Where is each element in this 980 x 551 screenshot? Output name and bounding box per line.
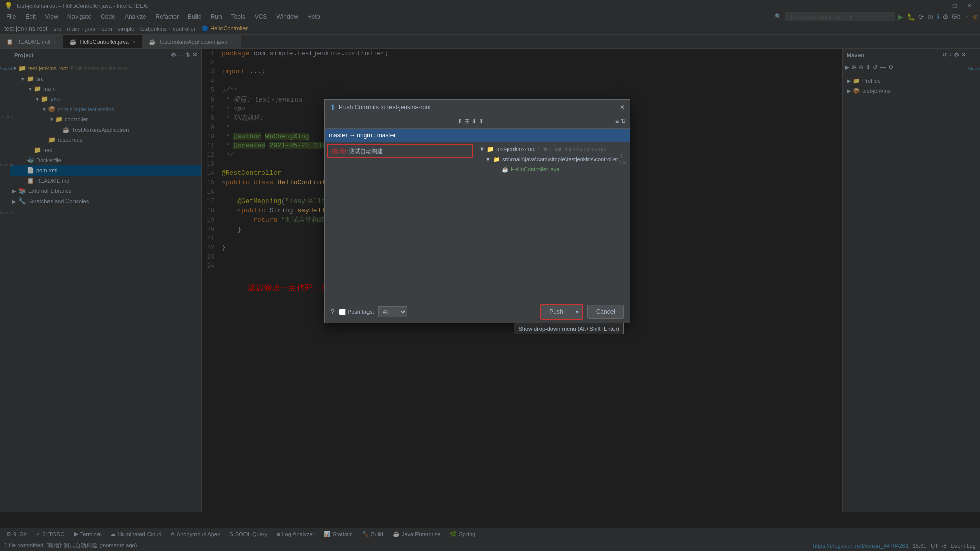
commit-text: [新增]: 测试自动构建 (332, 147, 383, 155)
footer-left: ? Push tags: All None (331, 306, 407, 317)
push-tooltip: Show drop-down menu (Alt+Shift+Enter) (514, 323, 624, 334)
push-tags-select[interactable]: All None (378, 306, 407, 317)
dialog-tool3[interactable]: ⬇ (472, 118, 477, 125)
dialog-tool4[interactable]: ⬆ (479, 118, 484, 125)
branch-label: master → origin : master (329, 132, 396, 139)
push-dialog: ⬆ Push Commits to test-jenkins-root ✕ ⬆ … (324, 99, 630, 323)
dialog-tool1[interactable]: ⬆ (457, 118, 462, 125)
push-tags-checkbox[interactable]: Push tags: (339, 309, 374, 315)
push-button[interactable]: Push (541, 305, 572, 319)
dialog-close-btn[interactable]: ✕ (620, 104, 625, 111)
commits-list: [新增]: 测试自动构建 (325, 142, 475, 160)
dialog-content: [新增]: 测试自动构建 ▼ 📁 test-jenkins-root 1 fil… (325, 142, 630, 300)
dialog-tool5[interactable]: ≡ (615, 118, 619, 125)
dialog-toolbar: ⬆ ⊞ ⬇ ⬆ ≡ ⇅ (325, 114, 630, 129)
help-icon[interactable]: ? (331, 308, 335, 316)
file-tree-root[interactable]: ▼ 📁 test-jenkins-root 1 file F:\gitlab\t… (477, 144, 628, 154)
push-btn-arrow[interactable]: ▼ (572, 305, 582, 319)
dialog-push-icon: ⬆ (330, 103, 336, 111)
dialog-footer: ? Push tags: All None Push ▼ Cancel Show… (325, 300, 630, 323)
dialog-title-text: Push Commits to test-jenkins-root (339, 104, 431, 111)
push-btn-group: Push ▼ (540, 304, 583, 320)
files-panel: ▼ 📁 test-jenkins-root 1 file F:\gitlab\t… (475, 142, 630, 300)
file-tree-hellocontroller[interactable]: ☕ HelloController.java (477, 164, 628, 174)
push-tags-label: Push tags: (348, 309, 374, 315)
commit-item-1[interactable]: [新增]: 测试自动构建 (327, 144, 473, 158)
push-tags-input[interactable] (339, 309, 346, 315)
branch-header: master → origin : master (325, 129, 630, 142)
dialog-title-bar: ⬆ Push Commits to test-jenkins-root ✕ (325, 100, 630, 114)
files-tree: ▼ 📁 test-jenkins-root 1 file F:\gitlab\t… (475, 142, 630, 177)
cancel-button[interactable]: Cancel (587, 305, 624, 319)
dialog-tool6[interactable]: ⇅ (621, 118, 626, 125)
footer-right: Push ▼ Cancel Show drop-down menu (Alt+S… (540, 304, 624, 320)
file-tree-src[interactable]: ▼ 📁 src\main\java\com\simple\testjenkins… (477, 154, 628, 164)
commits-panel: [新增]: 测试自动构建 (325, 142, 475, 300)
dialog-tool2[interactable]: ⊞ (464, 118, 470, 125)
